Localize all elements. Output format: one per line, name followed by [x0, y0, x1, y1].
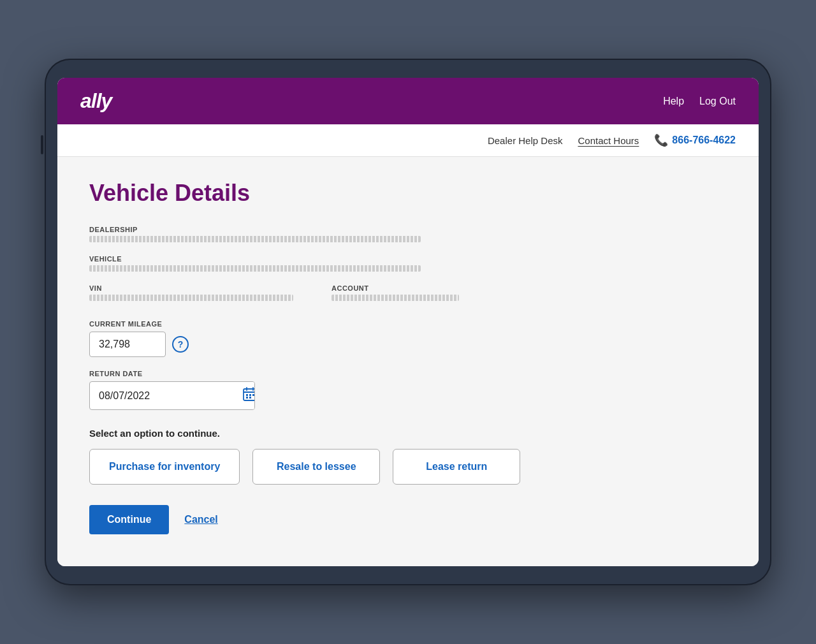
cancel-button[interactable]: Cancel — [184, 514, 217, 525]
svg-rect-6 — [252, 394, 254, 396]
mileage-label: CURRENT MILEAGE — [89, 320, 727, 328]
mileage-section: CURRENT MILEAGE ? — [89, 320, 727, 357]
account-label: ACCOUNT — [332, 284, 459, 292]
svg-rect-5 — [249, 394, 251, 396]
action-row: Continue Cancel — [89, 505, 727, 534]
header: ally Help Log Out — [57, 78, 759, 124]
date-input-wrapper — [89, 381, 255, 410]
purchase-for-inventory-button[interactable]: Purchase for inventory — [89, 449, 240, 485]
phone-icon: 📞 — [654, 133, 668, 147]
logout-link[interactable]: Log Out — [699, 96, 736, 107]
tablet-screen: ally Help Log Out Dealer Help Desk Conta… — [57, 78, 759, 566]
mileage-help-icon[interactable]: ? — [172, 336, 189, 353]
continue-button[interactable]: Continue — [89, 505, 169, 534]
return-date-section: RETURN DATE — [89, 370, 727, 410]
account-value-bar — [332, 295, 459, 301]
lease-return-button[interactable]: Lease return — [393, 449, 520, 485]
header-nav: Help Log Out — [663, 96, 736, 107]
vin-field: VIN — [89, 284, 293, 314]
mileage-input-row: ? — [89, 332, 727, 357]
phone-link[interactable]: 📞 866-766-4622 — [654, 133, 736, 147]
vin-label: VIN — [89, 284, 293, 292]
vehicle-label: VEHICLE — [89, 255, 727, 263]
vin-value-bar — [89, 295, 293, 301]
help-link[interactable]: Help — [663, 96, 684, 107]
svg-rect-4 — [246, 394, 248, 396]
svg-rect-7 — [246, 397, 248, 399]
select-option-label: Select an option to continue. — [89, 428, 727, 439]
mileage-input[interactable] — [89, 332, 166, 357]
vehicle-field: VEHICLE — [89, 255, 727, 272]
option-buttons: Purchase for inventory Resale to lessee … — [89, 449, 727, 485]
tablet-frame: ally Help Log Out Dealer Help Desk Conta… — [45, 59, 771, 585]
resale-to-lessee-button[interactable]: Resale to lessee — [252, 449, 380, 485]
account-field: ACCOUNT — [332, 284, 459, 314]
vin-account-row: VIN ACCOUNT — [89, 284, 727, 314]
sub-header: Dealer Help Desk Contact Hours 📞 866-766… — [57, 124, 759, 157]
vehicle-value-bar — [89, 265, 421, 272]
ally-logo: ally — [80, 89, 112, 113]
svg-rect-8 — [249, 397, 251, 399]
dealer-help-desk-label: Dealer Help Desk — [488, 135, 563, 146]
dealership-field: DEALERSHIP — [89, 226, 727, 242]
calendar-icon — [243, 387, 255, 401]
contact-hours-link[interactable]: Contact Hours — [578, 135, 639, 146]
phone-number: 866-766-4622 — [672, 135, 736, 146]
page-title: Vehicle Details — [89, 180, 727, 207]
return-date-input[interactable] — [90, 384, 235, 408]
dealership-value-bar — [89, 236, 421, 242]
return-date-label: RETURN DATE — [89, 370, 727, 377]
dealership-label: DEALERSHIP — [89, 226, 727, 233]
calendar-button[interactable] — [235, 382, 255, 409]
main-content: Vehicle Details DEALERSHIP VEHICLE VIN A… — [57, 157, 759, 566]
